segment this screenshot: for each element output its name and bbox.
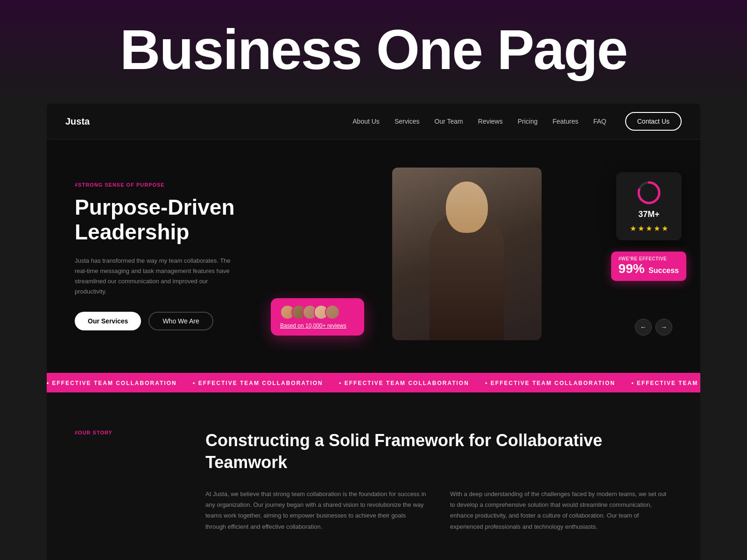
person-silhouette (392, 168, 542, 340)
avatar-5 (325, 305, 340, 320)
reviews-card: Based on 10,000+ reviews (271, 298, 364, 336)
nav-pricing[interactable]: Pricing (518, 118, 538, 125)
prev-arrow[interactable]: ← (635, 319, 652, 336)
star-1: ★ (630, 224, 636, 233)
star-4: ★ (654, 224, 660, 233)
ticker-item-4: • EFFECTIVE TEAM COLLABORATION (485, 380, 615, 386)
reviews-text: Based on 10,000+ reviews (280, 322, 355, 329)
page-title-banner: Business One Page (0, 0, 747, 104)
nav-about-us[interactable]: About Us (352, 118, 380, 125)
navbar-links: About Us Services Our Team Reviews Prici… (352, 118, 606, 125)
stats-number: 37M+ (626, 210, 672, 219)
about-title: Constructing a Solid Framework for Colla… (205, 430, 672, 474)
hero-buttons: Our Services Who We Are (75, 312, 243, 330)
contact-us-button[interactable]: Contact Us (625, 112, 682, 131)
nav-our-team[interactable]: Our Team (435, 118, 463, 125)
about-tag: #OUR STORY (75, 430, 168, 435)
stars-row: ★ ★ ★ ★ ★ (626, 224, 672, 233)
success-badge: #WE'RE EFFECTIVE 99% Success (611, 252, 686, 281)
nav-arrows: ← → (635, 319, 672, 336)
hero-section: #STRONG SENSE OF PURPOSE Purpose-Driven … (47, 140, 700, 373)
about-col-1: At Justa, we believe that strong team co… (205, 489, 428, 532)
ticker-item-3: • EFFECTIVE TEAM COLLABORATION (339, 380, 469, 386)
hero-description: Justa has transformed the way my team co… (75, 256, 233, 297)
ticker-banner: • EFFECTIVE TEAM COLLABORATION • EFFECTI… (47, 373, 700, 392)
about-columns: At Justa, we believe that strong team co… (205, 489, 672, 532)
star-2: ★ (638, 224, 644, 233)
ticker-content: • EFFECTIVE TEAM COLLABORATION • EFFECTI… (47, 378, 700, 387)
hero-tag: #STRONG SENSE OF PURPOSE (75, 182, 243, 188)
page-main-title: Business One Page (0, 19, 747, 80)
review-avatars (280, 305, 355, 320)
navbar-logo: Justa (65, 116, 90, 127)
ticker-item-5: • EFFECTIVE TEAM COLLABORATION (631, 380, 700, 386)
who-we-are-button[interactable]: Who We Are (148, 312, 213, 330)
about-section: #OUR STORY Constructing a Solid Framewor… (47, 392, 700, 560)
nav-reviews[interactable]: Reviews (478, 118, 503, 125)
nav-services[interactable]: Services (395, 118, 420, 125)
hero-left: #STRONG SENSE OF PURPOSE Purpose-Driven … (75, 182, 261, 330)
star-3: ★ (646, 224, 652, 233)
about-col-2: With a deep understanding of the challen… (450, 489, 672, 532)
success-tag: #WE'RE EFFECTIVE (619, 256, 679, 261)
hero-right: 37M+ ★ ★ ★ ★ ★ #WE'RE EFFECTIVE 99% Succ… (261, 168, 672, 345)
next-arrow[interactable]: → (655, 319, 672, 336)
about-left: #OUR STORY (75, 430, 168, 532)
star-5: ★ (662, 224, 668, 233)
stats-card: 37M+ ★ ★ ★ ★ ★ (616, 172, 682, 240)
circular-progress (636, 180, 662, 206)
ticker-item-1: • EFFECTIVE TEAM COLLABORATION (47, 380, 177, 386)
navbar: Justa About Us Services Our Team Reviews… (47, 104, 700, 140)
ticker-item-2: • EFFECTIVE TEAM COLLABORATION (193, 380, 323, 386)
success-label: Success (648, 266, 679, 274)
about-text-1: At Justa, we believe that strong team co… (205, 489, 428, 532)
hero-title: Purpose-Driven Leadership (75, 195, 243, 245)
our-services-button[interactable]: Our Services (75, 312, 141, 330)
website-preview: Justa About Us Services Our Team Reviews… (47, 104, 700, 560)
success-percentage: 99% (619, 261, 645, 276)
hero-image (392, 168, 542, 340)
nav-faq[interactable]: FAQ (593, 118, 606, 125)
about-right: Constructing a Solid Framework for Colla… (205, 430, 672, 532)
reviews-label: Based on 10,000+ reviews (280, 322, 346, 329)
about-text-2: With a deep understanding of the challen… (450, 489, 672, 532)
nav-features[interactable]: Features (552, 118, 578, 125)
